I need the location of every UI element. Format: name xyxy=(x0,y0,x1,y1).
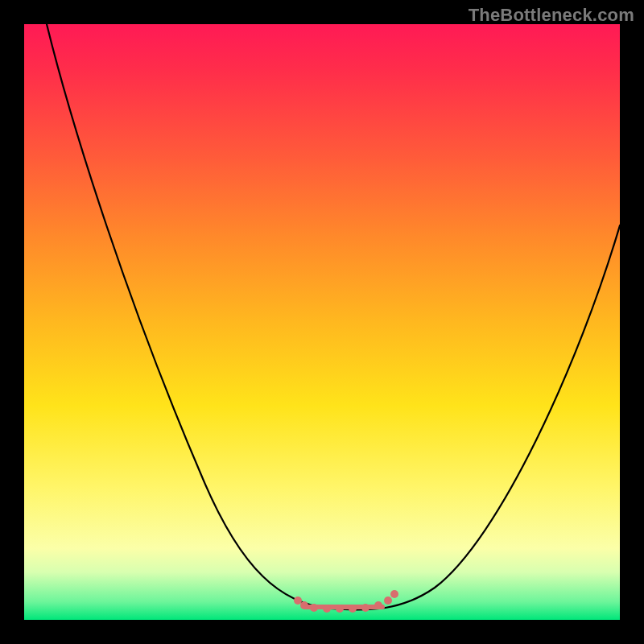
svg-point-5 xyxy=(349,605,357,613)
plot-svg xyxy=(24,24,620,620)
svg-point-9 xyxy=(390,590,398,598)
svg-point-1 xyxy=(300,601,308,609)
watermark-text: TheBottleneck.com xyxy=(469,5,634,26)
svg-point-3 xyxy=(323,605,331,613)
svg-point-6 xyxy=(361,604,369,612)
chart-frame: TheBottleneck.com xyxy=(0,0,644,644)
svg-point-0 xyxy=(294,597,302,605)
svg-point-4 xyxy=(336,605,344,613)
svg-point-7 xyxy=(374,601,382,609)
svg-point-8 xyxy=(384,597,392,605)
bottleneck-curve xyxy=(47,24,620,610)
svg-point-2 xyxy=(310,604,318,612)
plot-area xyxy=(24,24,620,620)
